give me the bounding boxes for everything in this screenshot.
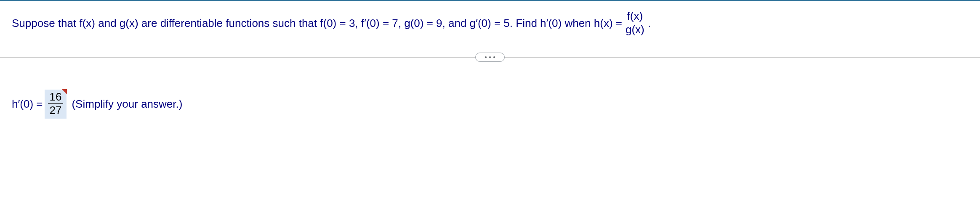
fraction-denominator: g(x) [624,23,646,35]
expand-toggle-button[interactable] [475,53,505,62]
quotient-fraction: f(x) g(x) [624,11,646,36]
dots-icon [489,56,491,58]
answer-area: h′(0) = 16 27 (Simplify your answer.) [0,64,980,119]
answer-input[interactable]: 16 27 [45,90,67,119]
answer-line: h′(0) = 16 27 (Simplify your answer.) [12,90,968,119]
problem-text-before: Suppose that f(x) and g(x) are different… [12,16,622,31]
fraction-numerator: f(x) [626,11,645,23]
problem-statement: Suppose that f(x) and g(x) are different… [0,1,980,48]
input-handle-icon [62,89,67,94]
answer-hint: (Simplify your answer.) [72,98,182,111]
problem-text-after: . [648,16,651,31]
answer-numerator: 16 [48,91,64,103]
section-divider [0,51,980,64]
problem-line: Suppose that f(x) and g(x) are different… [12,11,968,36]
dots-icon [485,56,487,58]
answer-denominator: 27 [48,103,64,116]
answer-lhs: h′(0) = [12,98,43,111]
dots-icon [493,56,495,58]
